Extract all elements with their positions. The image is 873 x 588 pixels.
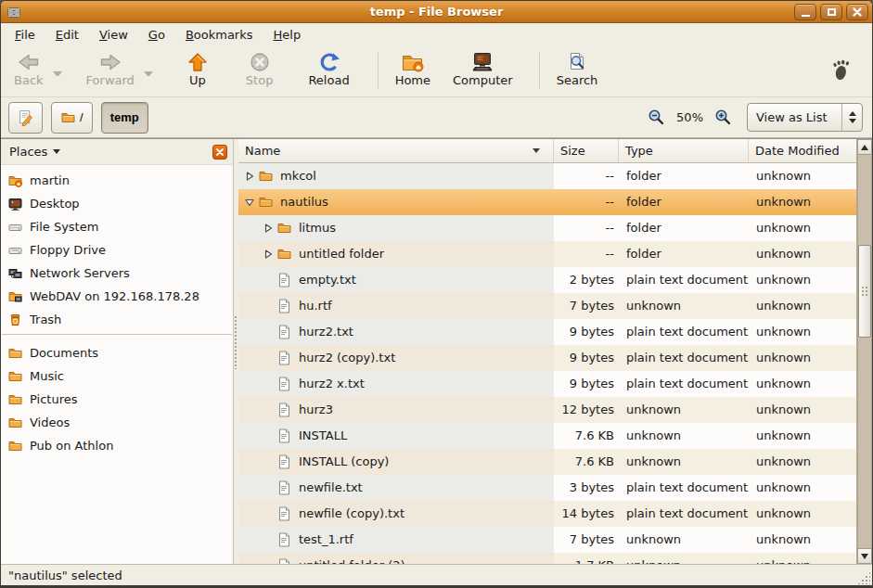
file-row[interactable]: mkcol -- folder unknown — [238, 163, 856, 189]
file-row[interactable]: newfile.txt 3 bytes plain text document … — [238, 475, 856, 501]
sidebar-item[interactable]: Desktop — [1, 192, 233, 215]
network-icon — [7, 266, 23, 281]
forward-history-dropdown-icon[interactable] — [144, 71, 153, 76]
forward-button[interactable]: Forward — [79, 50, 142, 90]
file-row[interactable]: hurz2.txt 9 bytes plain text document un… — [238, 319, 856, 345]
column-header-date-modified[interactable]: Date Modified — [749, 139, 856, 162]
file-row[interactable]: test_1.rtf 7 bytes unknown unknown — [238, 527, 856, 553]
view-mode-select[interactable]: View as List — [747, 103, 863, 132]
text-file-icon — [276, 505, 297, 521]
expander-icon[interactable] — [263, 248, 276, 261]
close-button[interactable] — [846, 4, 868, 20]
file-row[interactable]: newfile (copy).txt 14 bytes plain text d… — [238, 501, 856, 527]
zoom-in-button[interactable] — [714, 109, 732, 126]
sidebar-item[interactable]: Videos — [1, 411, 233, 434]
sidebar-close-button[interactable] — [212, 145, 227, 160]
file-rows: mkcol -- folder unknown — [238, 163, 856, 564]
back-history-dropdown-icon[interactable] — [53, 71, 62, 76]
toolbar: Back Forward Up Stop Reload Home Compute… — [1, 45, 872, 97]
column-header-name[interactable]: Name — [238, 139, 554, 162]
up-button[interactable]: Up — [179, 50, 216, 90]
file-row[interactable]: empty.txt 2 bytes plain text document un… — [238, 267, 856, 293]
menu-item[interactable]: View — [89, 26, 138, 44]
scrollbar-thumb[interactable] — [858, 245, 871, 338]
text-file-icon — [276, 402, 297, 417]
folder-icon — [7, 346, 23, 361]
sidebar-item[interactable]: Documents — [1, 341, 233, 364]
vertical-scrollbar[interactable] — [856, 139, 872, 564]
toolbar-separator — [378, 52, 379, 89]
resize-grip[interactable] — [857, 571, 870, 584]
sidebar-item[interactable]: Floppy Drive — [1, 238, 233, 262]
spin-up-icon — [849, 111, 856, 116]
grip-dots-icon — [861, 286, 869, 298]
expander-icon[interactable] — [263, 403, 276, 416]
scroll-up-button[interactable] — [857, 139, 872, 155]
column-header-type[interactable]: Type — [619, 139, 749, 162]
expander-icon[interactable] — [263, 326, 276, 339]
file-row[interactable]: INSTALL (copy) 7.6 KB unknown unknown — [238, 449, 856, 475]
text-file-icon — [276, 531, 297, 547]
expander-icon[interactable] — [263, 533, 276, 546]
expander-icon[interactable] — [263, 300, 276, 313]
home-button[interactable]: Home — [388, 50, 438, 90]
titlebar[interactable]: temp - File Browser — [1, 1, 872, 23]
zoom-out-button[interactable] — [648, 109, 665, 126]
sidebar-item[interactable]: File System — [1, 215, 233, 238]
expander-icon[interactable] — [263, 455, 276, 468]
sidebar-item[interactable]: Pictures — [1, 388, 233, 411]
file-list-area: Name Size Type Date Modified — [238, 139, 872, 564]
menu-item[interactable]: Edit — [45, 26, 89, 44]
menu-item[interactable]: Help — [263, 26, 312, 44]
sidebar-item[interactable]: Network Servers — [1, 262, 233, 285]
close-icon — [853, 7, 862, 17]
expander-icon[interactable] — [263, 507, 276, 520]
status-text: "nautilus" selected — [8, 569, 122, 582]
expander-icon[interactable] — [263, 429, 276, 442]
stop-button[interactable]: Stop — [238, 50, 281, 90]
expander-icon[interactable] — [244, 170, 258, 183]
expander-icon[interactable] — [263, 222, 276, 235]
file-row[interactable]: hurz3 12 bytes unknown unknown — [238, 397, 856, 423]
back-button[interactable]: Back — [6, 50, 51, 90]
file-row[interactable]: untitled folder (2) 1.7 KB unknown unkno… — [238, 553, 856, 564]
root-folder-icon — [60, 110, 76, 125]
root-folder-button[interactable]: / — [51, 102, 93, 134]
view-mode-spinner-icons[interactable] — [841, 104, 862, 131]
menu-item[interactable]: Bookmarks — [175, 26, 263, 44]
file-row[interactable]: hu.rtf 7 bytes unknown unknown — [238, 293, 856, 319]
menu-item[interactable]: Go — [138, 26, 175, 44]
sidebar-item[interactable]: Pub on Athlon — [1, 434, 233, 457]
file-row[interactable]: nautilus -- folder unknown — [238, 189, 856, 215]
file-row[interactable]: INSTALL 7.6 KB unknown unknown — [238, 423, 856, 449]
expander-icon[interactable] — [263, 481, 276, 494]
reload-icon — [318, 52, 340, 72]
reload-button[interactable]: Reload — [301, 50, 356, 90]
toggle-location-entry-button[interactable] — [8, 102, 43, 134]
expander-icon[interactable] — [263, 274, 276, 287]
file-row[interactable]: hurz2 (copy).txt 9 bytes plain text docu… — [238, 345, 856, 371]
expander-icon[interactable] — [263, 352, 276, 364]
minimize-button[interactable] — [794, 4, 816, 20]
computer-button[interactable]: Computer — [445, 50, 520, 90]
trash-icon — [7, 313, 23, 327]
expander-icon[interactable] — [244, 196, 258, 209]
menu-item[interactable]: File — [5, 26, 45, 44]
file-row[interactable]: litmus -- folder unknown — [238, 215, 856, 241]
file-row[interactable]: hurz2 x.txt 9 bytes plain text document … — [238, 371, 856, 397]
sidebar-item[interactable]: Music — [1, 364, 233, 388]
places-menu-button[interactable]: Places — [9, 145, 212, 159]
current-folder-button[interactable]: temp — [101, 102, 148, 134]
sidebar-item[interactable]: martin — [1, 169, 233, 192]
maximize-button[interactable] — [820, 4, 842, 20]
expander-icon[interactable] — [263, 377, 276, 390]
search-button[interactable]: Search — [549, 50, 606, 90]
scrollbar-trough[interactable] — [857, 155, 872, 548]
sidebar-item[interactable]: WebDAV on 192.168.178.28 — [1, 285, 233, 308]
scroll-down-button[interactable] — [857, 548, 872, 564]
minimize-icon — [802, 15, 810, 17]
file-row[interactable]: untitled folder -- folder unknown — [238, 241, 856, 267]
sidebar-item[interactable]: Trash — [1, 308, 233, 331]
column-header-size[interactable]: Size — [554, 139, 619, 162]
pane-resize-handle[interactable] — [234, 139, 238, 564]
